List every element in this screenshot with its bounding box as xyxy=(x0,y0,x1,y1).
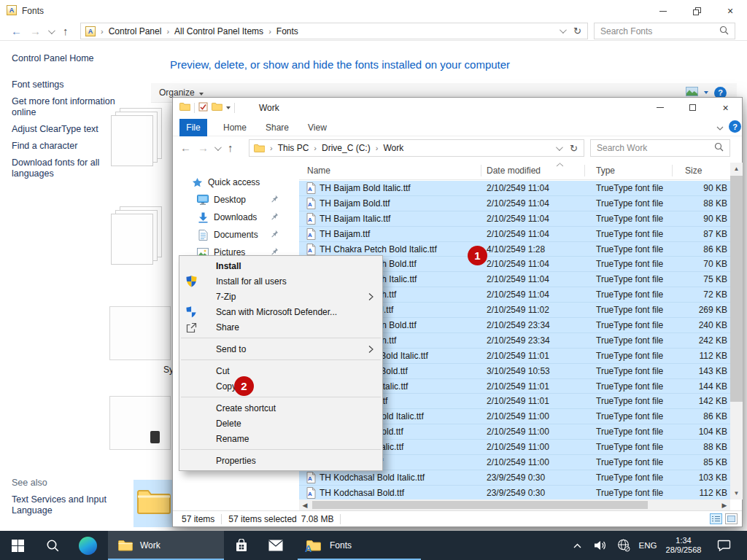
breadcrumb-chevron-icon[interactable]: › xyxy=(309,144,322,152)
nav-item-downloads[interactable]: Downloads xyxy=(173,209,299,226)
tab-file[interactable]: File xyxy=(179,119,207,136)
details-view-toggle[interactable] xyxy=(710,513,722,524)
start-button[interactable] xyxy=(0,531,35,560)
search-taskbar-icon[interactable] xyxy=(35,531,70,560)
see-also-link[interactable]: Text Services and Input Language xyxy=(12,494,136,516)
menu-item-7-zip[interactable]: 7-Zip xyxy=(179,289,382,304)
forward-button[interactable]: → xyxy=(30,25,41,37)
restore-button[interactable] xyxy=(680,0,713,22)
ribbon-collapse-chevron[interactable] xyxy=(716,123,724,133)
refresh-icon[interactable]: ↻ xyxy=(573,26,581,36)
folder-icon[interactable] xyxy=(137,487,171,517)
tray-chevron-icon[interactable] xyxy=(566,531,588,560)
menu-item-install[interactable]: Install xyxy=(179,258,382,273)
file-date: 2/10/2549 11:00 xyxy=(487,457,549,467)
recent-locations-chevron[interactable] xyxy=(48,27,55,34)
sidebar-link[interactable]: Font settings xyxy=(12,79,130,90)
breadcrumb-item[interactable]: Control Panel xyxy=(109,26,162,36)
tab-share[interactable]: Share xyxy=(266,119,289,136)
breadcrumb-item[interactable]: Work xyxy=(383,143,403,153)
scrollbar-thumb[interactable] xyxy=(730,176,743,402)
checkbox-icon[interactable] xyxy=(198,102,208,114)
taskbar-button-fonts[interactable]: A Fonts xyxy=(298,531,421,560)
organize-button[interactable]: Organize xyxy=(159,88,204,98)
store-icon[interactable] xyxy=(224,531,258,560)
scrollbar-thumb[interactable] xyxy=(312,501,648,509)
fonts-breadcrumb[interactable]: A ›Control Panel›All Control Panel Items… xyxy=(80,23,588,39)
breadcrumb-item[interactable]: Fonts xyxy=(276,26,298,36)
file-date: 2/10/2549 11:01 xyxy=(487,381,549,392)
minimize-button[interactable] xyxy=(643,98,676,117)
nav-item-documents[interactable]: Documents xyxy=(173,226,299,244)
menu-item-scan-with-microsoft-defender[interactable]: Scan with Microsoft Defender... xyxy=(179,304,382,319)
views-dropdown-chevron[interactable] xyxy=(704,91,708,94)
column-header-name[interactable]: Name xyxy=(307,166,330,176)
action-center-icon[interactable] xyxy=(709,531,738,560)
file-row[interactable]: ATH Baijam Bold.ttf2/10/2549 11:04TrueTy… xyxy=(299,196,730,211)
breadcrumb-chevron-icon[interactable]: › xyxy=(371,144,384,152)
column-header-size[interactable]: Size xyxy=(685,166,702,176)
tab-home[interactable]: Home xyxy=(223,119,247,136)
font-preview-icon[interactable] xyxy=(111,206,171,266)
minimize-button[interactable] xyxy=(646,0,680,22)
breadcrumb-item[interactable]: Drive_C (C:) xyxy=(322,143,371,153)
up-button[interactable]: ↑ xyxy=(63,25,69,37)
tab-view[interactable]: View xyxy=(308,119,327,136)
help-icon[interactable]: ? xyxy=(729,120,741,133)
sidebar-link[interactable]: Control Panel Home xyxy=(12,53,130,64)
work-search-box[interactable]: Search Work xyxy=(590,139,730,157)
font-preview-icon[interactable] xyxy=(109,396,171,450)
menu-item-share[interactable]: Share xyxy=(179,319,382,335)
folder-icon[interactable] xyxy=(212,102,222,113)
breadcrumb-chevron-icon[interactable]: › xyxy=(265,144,278,152)
forward-button[interactable]: → xyxy=(198,141,209,154)
breadcrumb-chevron-icon[interactable]: › xyxy=(96,27,109,36)
menu-item-rename[interactable]: Rename xyxy=(179,431,382,446)
menu-item-copy[interactable]: Copy xyxy=(179,378,382,394)
address-dropdown-chevron[interactable] xyxy=(560,26,567,34)
fonts-search-box[interactable]: Search Fonts xyxy=(594,23,735,39)
recent-locations-chevron[interactable] xyxy=(214,144,222,151)
work-breadcrumb[interactable]: ›This PC›Drive_C (C:)›Work ↻ xyxy=(249,139,584,157)
mail-icon[interactable] xyxy=(258,531,293,560)
column-header-date[interactable]: Date modified xyxy=(487,166,541,176)
edge-icon[interactable] xyxy=(70,531,105,560)
up-button[interactable]: ↑ xyxy=(228,141,233,154)
address-dropdown-chevron[interactable] xyxy=(556,144,563,151)
breadcrumb-chevron-icon[interactable]: › xyxy=(161,27,174,36)
menu-item-cut[interactable]: Cut xyxy=(179,363,382,378)
maximize-button[interactable] xyxy=(676,98,709,117)
clock[interactable]: 1:34 28/9/2568 xyxy=(662,531,705,560)
language-indicator[interactable]: ENG xyxy=(635,531,661,560)
menu-item-properties[interactable]: Properties xyxy=(179,453,382,468)
menu-item-install-for-all-users[interactable]: Install for all users xyxy=(179,273,382,289)
speaker-icon[interactable] xyxy=(589,531,611,560)
breadcrumb-item[interactable]: All Control Panel Items xyxy=(174,26,263,36)
column-header-type[interactable]: Type xyxy=(596,166,615,176)
vertical-scrollbar[interactable]: ▲ ▼ xyxy=(730,163,743,499)
file-row[interactable]: ATH Baijam Bold Italic.ttf2/10/2549 11:0… xyxy=(299,181,730,196)
menu-item-delete[interactable]: Delete xyxy=(179,416,382,431)
network-globe-icon[interactable] xyxy=(613,531,635,560)
font-preview-icon[interactable] xyxy=(109,306,171,360)
file-row[interactable]: ATH Baijam.ttf2/10/2549 11:04TrueType fo… xyxy=(299,227,730,242)
file-row[interactable]: ATH Kodchasal Bold Italic.ttf23/9/2549 0… xyxy=(299,470,730,486)
qat-dropdown-chevron[interactable] xyxy=(226,106,231,109)
nav-item-desktop[interactable]: Desktop xyxy=(173,191,299,209)
taskbar-button-work[interactable]: Work xyxy=(108,531,224,560)
file-row[interactable]: ATH Baijam Italic.ttf2/10/2549 11:04True… xyxy=(299,211,730,227)
breadcrumb-chevron-icon[interactable]: › xyxy=(263,27,276,36)
refresh-icon[interactable]: ↻ xyxy=(570,143,578,154)
horizontal-scrollbar[interactable]: ◀ ▶ xyxy=(299,499,730,510)
file-row[interactable]: ATH Kodchasal Bold.ttf23/9/2549 0:30True… xyxy=(299,486,730,499)
thumbnail-view-toggle[interactable] xyxy=(725,513,738,524)
font-preview-icon[interactable] xyxy=(111,108,171,168)
close-button[interactable]: × xyxy=(713,0,747,22)
back-button[interactable]: ← xyxy=(11,25,22,37)
menu-item-create-shortcut[interactable]: Create shortcut xyxy=(179,400,382,416)
nav-item-quick-access[interactable]: Quick access xyxy=(173,174,299,191)
breadcrumb-item[interactable]: This PC xyxy=(278,143,309,153)
back-button[interactable]: ← xyxy=(180,141,191,154)
menu-item-send-to[interactable]: Send to xyxy=(179,341,382,357)
close-button[interactable]: × xyxy=(709,98,742,117)
